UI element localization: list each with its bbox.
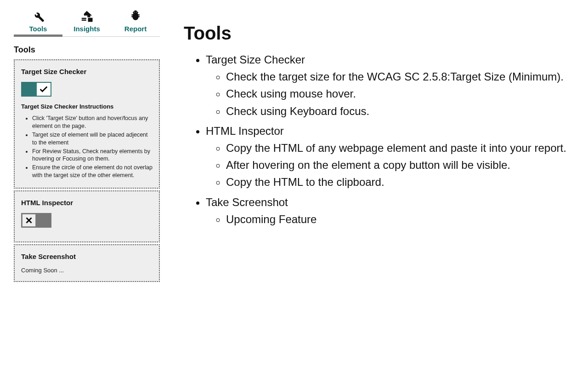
wrench-icon bbox=[14, 9, 62, 23]
doc-sublist: Upcoming Feature bbox=[206, 211, 570, 228]
doc-subitem: Check using mouse hover. bbox=[226, 85, 570, 102]
doc-sublist: Copy the HTML of any webpage element and… bbox=[206, 139, 570, 191]
bug-icon bbox=[111, 9, 160, 23]
doc-item-label: Take Screenshot bbox=[206, 196, 288, 208]
instruction-item: Target size of element will be placed ad… bbox=[32, 131, 153, 147]
tab-insights[interactable]: Insights bbox=[62, 9, 111, 36]
tab-report[interactable]: Report bbox=[111, 9, 160, 36]
doc-item-target-size: Target Size Checker Check the target siz… bbox=[206, 51, 570, 120]
doc-list: Target Size Checker Check the target siz… bbox=[184, 51, 570, 228]
tab-tools[interactable]: Tools bbox=[14, 9, 62, 36]
doc-subitem: After hovering on the element a copy but… bbox=[226, 156, 570, 173]
tabs-bar: Tools Insights Report bbox=[14, 9, 160, 37]
card-take-screenshot-title: Take Screenshot bbox=[21, 253, 153, 260]
target-size-instructions-list: Click 'Target Size' button and hover/foc… bbox=[21, 115, 153, 179]
home-devices-icon bbox=[62, 9, 111, 23]
tab-report-label: Report bbox=[124, 25, 147, 33]
target-size-instructions-title: Target Size Checker Instructions bbox=[21, 103, 153, 110]
doc-subitem: Check the target size for the WCAG SC 2.… bbox=[226, 68, 570, 85]
tab-tools-label: Tools bbox=[29, 25, 47, 33]
doc-sublist: Check the target size for the WCAG SC 2.… bbox=[206, 68, 570, 120]
card-target-size-title: Target Size Checker bbox=[21, 68, 153, 75]
instruction-item: Ensure the circle of one element do not … bbox=[32, 164, 153, 179]
card-html-inspector-title: HTML Inspector bbox=[21, 199, 153, 207]
doc-subitem: Copy the HTML to the clipboard. bbox=[226, 173, 570, 190]
tab-insights-label: Insights bbox=[74, 25, 100, 33]
doc-item-label: HTML Inspector bbox=[206, 125, 284, 137]
card-take-screenshot: Take Screenshot Coming Soon ... bbox=[14, 244, 160, 282]
card-target-size: Target Size Checker Target Size Checker … bbox=[14, 59, 160, 189]
screenshot-status: Coming Soon ... bbox=[21, 267, 153, 274]
doc-item-take-screenshot: Take Screenshot Upcoming Feature bbox=[206, 194, 570, 228]
instruction-item: For Review Status, Check nearby elements… bbox=[32, 148, 153, 163]
toggle-knob-x-icon bbox=[22, 214, 36, 227]
card-html-inspector: HTML Inspector bbox=[14, 190, 160, 242]
instruction-item: Click 'Target Size' button and hover/foc… bbox=[32, 115, 153, 130]
doc-subitem: Upcoming Feature bbox=[226, 211, 570, 228]
right-panel: Tools Target Size Checker Check the targ… bbox=[165, 0, 588, 368]
panel-title: Tools bbox=[14, 45, 160, 55]
toggle-html-inspector[interactable] bbox=[21, 213, 51, 228]
left-panel: Tools Insights Report Tools Target Size … bbox=[0, 0, 165, 368]
doc-item-html-inspector: HTML Inspector Copy the HTML of any webp… bbox=[206, 122, 570, 191]
doc-subitem: Check using Keyboard focus. bbox=[226, 103, 570, 120]
doc-subitem: Copy the HTML of any webpage element and… bbox=[226, 139, 570, 156]
doc-heading: Tools bbox=[184, 23, 570, 44]
doc-item-label: Target Size Checker bbox=[206, 53, 305, 66]
toggle-knob-check-icon bbox=[37, 83, 51, 96]
toggle-target-size[interactable] bbox=[21, 82, 51, 97]
